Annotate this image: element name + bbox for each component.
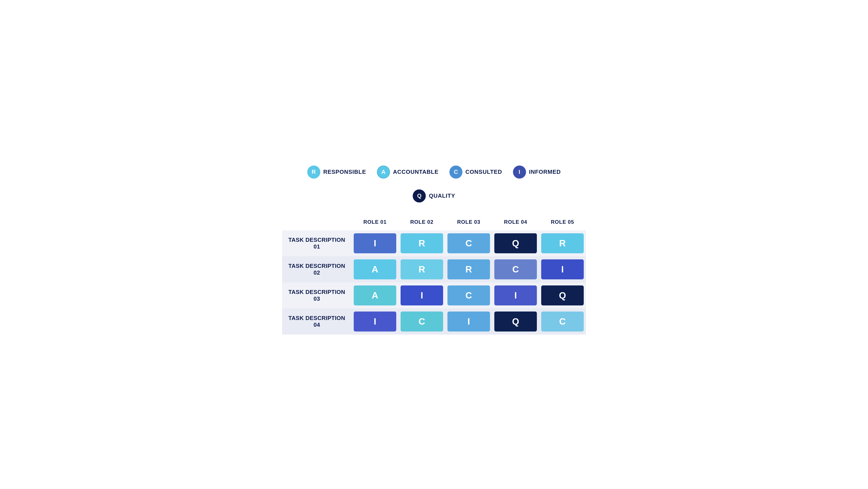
table-row: TASK DESCRIPTION 04ICIQC — [282, 309, 586, 335]
task-label-2: TASK DESCRIPTION 02 — [282, 256, 351, 282]
badge-r4-c4: Q — [494, 312, 537, 332]
page-container: R RESPONSIBLE A ACCOUNTABLE C CONSULTED … — [282, 155, 586, 335]
badge-r4-c3: I — [447, 312, 490, 332]
legend-circle-c: C — [450, 166, 462, 178]
badge-r2-c4: C — [494, 259, 537, 279]
badge-r2-c2: R — [401, 259, 443, 279]
cell-r4-c1: I — [351, 309, 398, 335]
legend-item-i: I INFORMED — [513, 166, 561, 178]
badge-r3-c3: C — [447, 285, 490, 306]
legend-item-c: C CONSULTED — [450, 166, 502, 178]
legend-label-r: RESPONSIBLE — [323, 169, 366, 175]
table-row: TASK DESCRIPTION 02ARRCI — [282, 256, 586, 282]
legend-circle-q: Q — [413, 190, 426, 202]
matrix-header: ROLE 01ROLE 02ROLE 03ROLE 04ROLE 05 — [282, 215, 586, 230]
cell-r2-c1: A — [351, 256, 398, 282]
cell-r2-c5: I — [539, 256, 586, 282]
badge-r4-c2: C — [401, 312, 443, 332]
badge-r1-c5: R — [541, 233, 584, 253]
badge-r2-c5: I — [541, 259, 584, 279]
task-label-1: TASK DESCRIPTION 01 — [282, 230, 351, 256]
badge-r2-c3: R — [447, 259, 490, 279]
badge-r3-c5: Q — [541, 285, 584, 306]
task-label-4: TASK DESCRIPTION 04 — [282, 309, 351, 335]
cell-r1-c5: R — [539, 230, 586, 256]
cell-r4-c4: Q — [492, 309, 539, 335]
col-header-5: ROLE 05 — [539, 215, 586, 230]
legend-circle-a: A — [377, 166, 390, 178]
badge-r1-c1: I — [354, 233, 396, 253]
matrix-wrapper: ROLE 01ROLE 02ROLE 03ROLE 04ROLE 05 TASK… — [282, 215, 586, 335]
badge-r3-c4: I — [494, 285, 537, 306]
table-row: TASK DESCRIPTION 03AICIQ — [282, 282, 586, 309]
badge-r3-c2: I — [401, 285, 443, 306]
cell-r2-c4: C — [492, 256, 539, 282]
legend-circle-r: R — [307, 166, 320, 178]
cell-r2-c2: R — [398, 256, 445, 282]
cell-r1-c3: C — [445, 230, 492, 256]
cell-r3-c4: I — [492, 282, 539, 309]
col-header-1: ROLE 01 — [351, 215, 398, 230]
legend-label-i: INFORMED — [529, 169, 561, 175]
col-header-0 — [282, 215, 351, 230]
legend-circle-i: I — [513, 166, 526, 178]
table-row: TASK DESCRIPTION 01IRCQR — [282, 230, 586, 256]
col-header-3: ROLE 03 — [445, 215, 492, 230]
badge-r1-c4: Q — [494, 233, 537, 253]
cell-r1-c2: R — [398, 230, 445, 256]
legend-label-q: QUALITY — [429, 193, 455, 199]
task-label-3: TASK DESCRIPTION 03 — [282, 282, 351, 309]
cell-r3-c1: A — [351, 282, 398, 309]
cell-r3-c5: Q — [539, 282, 586, 309]
legend-label-a: ACCOUNTABLE — [393, 169, 439, 175]
cell-r4-c3: I — [445, 309, 492, 335]
badge-r4-c1: I — [354, 312, 396, 332]
legend-item-q: Q QUALITY — [413, 190, 455, 202]
matrix-table: ROLE 01ROLE 02ROLE 03ROLE 04ROLE 05 TASK… — [282, 215, 586, 335]
legend-item-r: R RESPONSIBLE — [307, 166, 366, 178]
cell-r4-c5: C — [539, 309, 586, 335]
badge-r1-c2: R — [401, 233, 443, 253]
col-header-4: ROLE 04 — [492, 215, 539, 230]
badge-r3-c1: A — [354, 285, 396, 306]
legend-label-c: CONSULTED — [465, 169, 502, 175]
cell-r3-c3: C — [445, 282, 492, 309]
header-row: ROLE 01ROLE 02ROLE 03ROLE 04ROLE 05 — [282, 215, 586, 230]
badge-r2-c1: A — [354, 259, 396, 279]
col-header-2: ROLE 02 — [398, 215, 445, 230]
badge-r4-c5: C — [541, 312, 584, 332]
cell-r1-c1: I — [351, 230, 398, 256]
legend-item-a: A ACCOUNTABLE — [377, 166, 439, 178]
legend: R RESPONSIBLE A ACCOUNTABLE C CONSULTED … — [282, 166, 586, 202]
cell-r4-c2: C — [398, 309, 445, 335]
cell-r3-c2: I — [398, 282, 445, 309]
badge-r1-c3: C — [447, 233, 490, 253]
cell-r2-c3: R — [445, 256, 492, 282]
cell-r1-c4: Q — [492, 230, 539, 256]
matrix-body: TASK DESCRIPTION 01IRCQRTASK DESCRIPTION… — [282, 230, 586, 335]
